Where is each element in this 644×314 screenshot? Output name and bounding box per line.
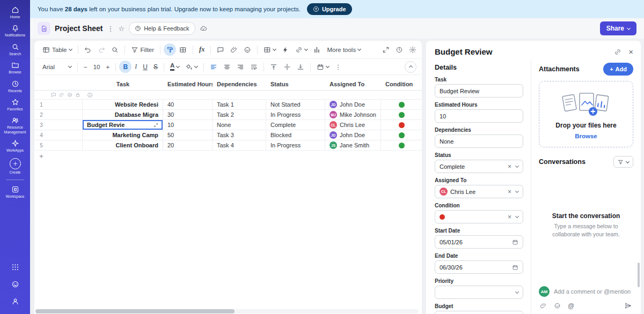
assigned-cell[interactable]: JDJohn Doe	[325, 100, 381, 110]
valign-middle-button[interactable]	[281, 61, 294, 73]
task-input[interactable]: Budget Review	[435, 84, 523, 98]
link-button[interactable]	[292, 44, 310, 56]
at-mention-icon[interactable]: @	[568, 302, 574, 310]
font-selector[interactable]: Arial	[40, 62, 74, 72]
status-cell[interactable]: Not Started	[266, 100, 325, 110]
attach-button[interactable]	[228, 44, 240, 56]
meta-cell[interactable]	[48, 110, 83, 120]
column-header-condition[interactable]: Condition	[381, 78, 422, 90]
assigned-cell[interactable]: JSJane Smith	[325, 140, 381, 151]
italic-button[interactable]: I	[132, 61, 140, 73]
assigned-to-select[interactable]: CLChris Lee×	[435, 185, 523, 198]
format-painter-button-active[interactable]	[164, 43, 176, 56]
redo-button[interactable]	[95, 44, 108, 56]
file-dropzone[interactable]: Drop your files here Browse	[539, 81, 633, 147]
date-format-button[interactable]	[314, 61, 332, 73]
hours-cell[interactable]: 10	[163, 120, 213, 130]
sidebar-item-create[interactable]: Create	[0, 155, 30, 177]
task-cell-selected[interactable]: Budget Revie	[83, 120, 163, 130]
condition-cell[interactable]	[381, 120, 422, 130]
assigned-cell[interactable]: JDJohn Doe	[325, 130, 381, 140]
valign-top-button[interactable]	[267, 61, 280, 73]
row-number[interactable]: 1	[34, 100, 48, 110]
hours-cell[interactable]: 20	[163, 140, 213, 151]
meta-cell[interactable]	[48, 120, 83, 130]
link-icon[interactable]	[614, 48, 621, 56]
apps-grid-button[interactable]	[11, 263, 19, 273]
dependencies-cell[interactable]: Task 1	[213, 100, 266, 110]
history-icon[interactable]	[396, 46, 403, 54]
sidebar-item-favorites[interactable]: Favorites	[0, 95, 30, 114]
emoji-button[interactable]	[241, 44, 254, 56]
status-cell[interactable]: In Progress	[266, 110, 325, 120]
sidebar-item-workapps[interactable]: WorkApps	[0, 137, 30, 155]
dependencies-cell[interactable]: Task 2	[213, 110, 266, 120]
column-header-task[interactable]: Task	[83, 78, 163, 90]
comment-input[interactable]: Add a comment or @mention	[554, 288, 631, 295]
add-row-button[interactable]: +	[34, 151, 48, 161]
align-center-button[interactable]	[221, 61, 233, 73]
clear-icon[interactable]: ×	[508, 189, 511, 195]
start-date-input[interactable]: 05/01/26	[435, 235, 523, 249]
strikethrough-button[interactable]: S	[151, 61, 160, 73]
column-header-dependencies[interactable]: Dependencies	[213, 78, 266, 90]
font-size-decrease-button[interactable]: −	[81, 62, 90, 72]
condition-cell[interactable]	[381, 130, 422, 140]
sheet-menu-button[interactable]: ⋮	[107, 25, 114, 33]
sidebar-item-workspace[interactable]: Workspace	[0, 183, 30, 201]
vertical-scrollbar-thumb[interactable]	[638, 263, 640, 287]
column-header-hours[interactable]: Estimated Hours	[163, 78, 213, 90]
view-selector[interactable]: Table	[40, 44, 75, 56]
text-color-button[interactable]: A	[167, 61, 182, 73]
row-number[interactable]: 2	[34, 110, 48, 120]
row-number[interactable]: 3	[34, 120, 48, 130]
font-size-increase-button[interactable]: +	[104, 62, 113, 72]
dependencies-cell[interactable]: None	[213, 120, 266, 130]
automation-button[interactable]	[279, 44, 292, 56]
task-cell[interactable]: Client Onboard	[83, 140, 163, 151]
add-attachment-button[interactable]: +Add	[603, 63, 633, 76]
dependencies-cell[interactable]: Task 4	[213, 140, 266, 151]
help-button[interactable]	[11, 280, 19, 290]
sidebar-item-home[interactable]: Home	[0, 3, 30, 21]
condition-cell[interactable]	[381, 110, 422, 120]
profile-button[interactable]	[11, 297, 19, 308]
task-cell[interactable]: Website Redesi	[83, 100, 163, 110]
undo-button[interactable]	[82, 44, 94, 56]
condition-select[interactable]: ×	[435, 210, 523, 223]
status-cell[interactable]: In Progress	[266, 140, 325, 151]
wrap-text-button[interactable]	[247, 61, 260, 73]
condition-cell[interactable]	[381, 100, 422, 110]
hours-cell[interactable]: 50	[163, 130, 213, 140]
dependencies-cell[interactable]: Task 3	[213, 130, 266, 140]
expand-icon[interactable]	[382, 46, 390, 54]
estimated-hours-input[interactable]: 10	[435, 109, 523, 123]
meta-cell[interactable]	[48, 100, 83, 110]
cell-format-button[interactable]	[261, 44, 279, 56]
help-feedback-button[interactable]: Help & Feedback	[129, 22, 195, 35]
task-cell[interactable]: Marketing Camp	[83, 130, 163, 140]
underline-button[interactable]: U	[140, 61, 150, 73]
chart-button[interactable]	[311, 44, 324, 56]
search-button[interactable]	[108, 44, 121, 56]
condition-cell[interactable]	[381, 140, 422, 151]
font-size-value[interactable]: 10	[91, 62, 103, 72]
close-icon[interactable]: ×	[628, 48, 633, 56]
sidebar-item-browse[interactable]: Browse	[0, 58, 30, 77]
align-right-button[interactable]	[234, 61, 247, 73]
row-number[interactable]: 5	[34, 140, 48, 151]
formula-button[interactable]: fx	[196, 43, 207, 56]
align-left-button-active[interactable]	[207, 61, 220, 73]
browse-link[interactable]: Browse	[575, 133, 597, 139]
collapse-toolbar-button[interactable]	[405, 61, 416, 73]
sidebar-item-search[interactable]: Search	[0, 40, 30, 58]
paperclip-icon[interactable]	[540, 302, 547, 309]
more-tools-button[interactable]: More tools	[324, 44, 363, 55]
dependencies-input[interactable]: None	[435, 134, 523, 148]
status-cell[interactable]: Complete	[266, 120, 325, 130]
assigned-cell[interactable]: MJMike Johnson	[325, 110, 381, 120]
bold-button-active[interactable]: B	[119, 61, 131, 73]
sidebar-item-recents[interactable]: Recents	[0, 77, 30, 95]
priority-select[interactable]	[435, 286, 523, 299]
favorite-button[interactable]: ☆	[118, 25, 125, 33]
